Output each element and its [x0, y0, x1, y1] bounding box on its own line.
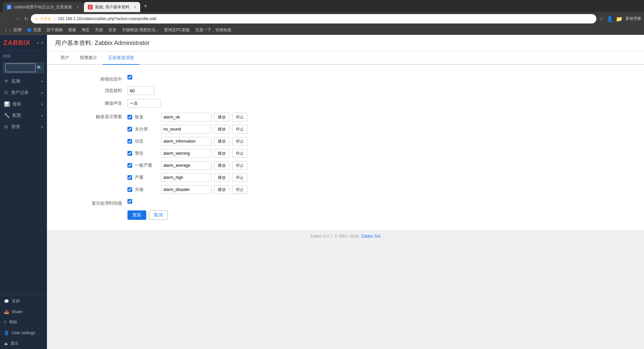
search-icon: 🔍: [37, 65, 42, 70]
trigger-not-classified-select-wrapper: no_sound: [161, 125, 211, 134]
sidebar-share[interactable]: 📤 Share: [0, 307, 47, 317]
trigger-recovery-label: 恢复: [135, 114, 158, 120]
sidebar-item-reports[interactable]: 📊 报表 ▾: [0, 98, 47, 110]
forward-button[interactable]: →: [13, 14, 21, 23]
admin-icon: ⚙: [4, 124, 8, 130]
address-bar[interactable]: ⚠ 不安全 | 192.168.1.10/zabbix/zabbix.php?a…: [31, 14, 596, 23]
bookmark-search[interactable]: 搜索: [68, 27, 76, 33]
page-title: 用户基本资料: Zabbix Administrator: [55, 39, 636, 47]
trigger-warning-checkbox[interactable]: [127, 151, 132, 156]
sidebar-help[interactable]: ? 帮助: [0, 317, 47, 328]
tab-2-close[interactable]: ×: [133, 4, 136, 10]
action-buttons-row: 更新 取消: [74, 208, 644, 222]
trigger-not-classified-play[interactable]: 播放: [214, 125, 229, 134]
bookmark-tianya[interactable]: 天涯: [95, 27, 103, 33]
trigger-high-play[interactable]: 播放: [214, 173, 229, 182]
update-button[interactable]: 更新: [127, 210, 146, 220]
trigger-recovery-stop[interactable]: 停止: [232, 113, 248, 121]
tab-messaging[interactable]: 正在发送消息: [103, 51, 140, 65]
sidebar-item-config[interactable]: 🔧 配置 ▾: [0, 110, 47, 121]
trigger-disaster-stop[interactable]: 停止: [232, 185, 248, 194]
profile-icon[interactable]: 👤: [606, 16, 613, 22]
monitor-arrow-icon: ▾: [41, 80, 43, 83]
assets-icon: ☰: [4, 90, 8, 95]
trigger-warning-stop[interactable]: 停止: [232, 149, 248, 158]
bookmark-baidu2[interactable]: 百度一下，你就知道: [195, 27, 231, 33]
trigger-high-stop[interactable]: 停止: [232, 173, 248, 182]
trigger-not-classified-stop[interactable]: 停止: [232, 125, 248, 134]
page-footer: Zabbix 5.0.7. © 2001–2020, Zabbix SIA: [47, 230, 644, 243]
footer-link[interactable]: Zabbix SIA: [361, 234, 381, 239]
trigger-recovery-play[interactable]: 播放: [214, 113, 229, 121]
expand-icon[interactable]: ↗: [40, 41, 44, 45]
trigger-warning-play[interactable]: 播放: [214, 149, 229, 158]
trigger-high-select-wrapper: alarm_high: [161, 173, 211, 182]
tab-1-close[interactable]: ×: [76, 4, 79, 10]
tab-2-favicon: Z: [88, 5, 93, 9]
trigger-average-play[interactable]: 播放: [214, 161, 229, 170]
trigger-high-select[interactable]: alarm_high: [161, 173, 211, 182]
sidebar-item-monitor[interactable]: 👁 监测 ▾: [0, 76, 47, 87]
trigger-average-checkbox[interactable]: [127, 163, 132, 168]
reload-button[interactable]: ↻: [24, 16, 28, 21]
new-tab-button[interactable]: +: [141, 3, 150, 10]
trigger-information-select[interactable]: alarm_information: [161, 137, 211, 146]
toolbar-icons: ☆ 👤 📁 某他书签: [599, 16, 641, 22]
bookmark-baidu[interactable]: 🔵 百度: [27, 27, 41, 33]
trigger-disaster-checkbox[interactable]: [127, 187, 132, 192]
trigger-information-play[interactable]: 播放: [214, 137, 229, 146]
frontend-messages-checkbox[interactable]: [127, 75, 132, 80]
timeout-control: 60: [127, 86, 154, 95]
sidebar-support[interactable]: 💬 支持: [0, 296, 47, 307]
back-button[interactable]: ←: [3, 14, 11, 23]
bookmark-jd[interactable]: 京东: [108, 27, 116, 33]
tab-user[interactable]: 用户: [55, 51, 74, 65]
trigger-not-classified-checkbox[interactable]: [127, 127, 132, 132]
bookmark-taobao[interactable]: 淘宝: [82, 27, 90, 33]
trigger-not-classified-select[interactable]: no_sound: [161, 125, 211, 134]
trigger-recovery-select[interactable]: alarm_ok: [161, 113, 211, 121]
tab-media[interactable]: 报警媒介: [74, 51, 103, 65]
search-bar[interactable]: 🔍: [3, 62, 44, 73]
timeout-input[interactable]: 60: [127, 86, 154, 95]
logout-label: 退出: [10, 341, 18, 346]
trigger-disaster-select[interactable]: alarm_disaster: [161, 185, 211, 194]
play-sounds-select[interactable]: 一次 始终 从不: [127, 99, 161, 108]
sidebar-item-admin[interactable]: ⚙ 管理 ▾: [0, 121, 47, 133]
star-icon[interactable]: ☆: [599, 16, 604, 22]
bookmark-tianmao[interactable]: 天猫精选-理想生活...: [122, 27, 159, 33]
bookmark-apps[interactable]: ⋮⋮ 应用: [4, 27, 21, 33]
show-problems-checkbox[interactable]: [127, 199, 132, 204]
trigger-recovery-checkbox[interactable]: [127, 115, 132, 119]
logo-text: ZABBIX: [3, 39, 30, 47]
trigger-warning-select[interactable]: alarm_warning: [161, 149, 211, 158]
sidebar-item-assets-label: 资产记录: [11, 90, 29, 96]
tab-1[interactable]: z zabbix报警不响怎么办_百度搜索 ×: [3, 2, 83, 12]
play-sounds-row: 播放声音 一次 始终 从不: [74, 97, 644, 110]
trigger-information-select-wrapper: alarm_information: [161, 137, 211, 146]
collapse-icon[interactable]: «: [37, 41, 39, 45]
bookmark-aitaobao[interactable]: 爱淘宝PC新版: [164, 27, 190, 33]
trigger-row-high: 严重 alarm_high 播放 停止: [127, 173, 248, 182]
form-area: 前端信息中 消息超时 60 播放声音 一次: [47, 65, 644, 230]
trigger-information-checkbox[interactable]: [127, 139, 132, 144]
sidebar-item-assets[interactable]: ☰ 资产记录 ▾: [0, 87, 47, 98]
trigger-high-checkbox[interactable]: [127, 175, 132, 180]
cancel-button[interactable]: 取消: [149, 210, 168, 220]
tab-2[interactable]: Z 航航: 用户基本资料 ×: [84, 2, 141, 12]
trigger-average-select[interactable]: alarm_average: [161, 161, 211, 170]
trigger-high-label: 严重: [135, 174, 158, 181]
sidebar-user-settings[interactable]: 👤 User settings: [0, 328, 47, 338]
address-bar-row: ← → ↻ ⚠ 不安全 | 192.168.1.10/zabbix/zabbix…: [0, 12, 644, 26]
search-input[interactable]: [5, 63, 36, 72]
browser-chrome: z zabbix报警不响怎么办_百度搜索 × Z 航航: 用户基本资料 × + …: [0, 0, 644, 35]
trigger-information-stop[interactable]: 停止: [232, 137, 248, 146]
reports-icon: 📊: [4, 101, 10, 107]
monitor-icon: 👁: [4, 79, 9, 84]
bookmark-suning[interactable]: 苏宁易购: [47, 27, 63, 33]
sidebar-logout[interactable]: ⏏ 退出: [0, 338, 47, 349]
trigger-sounds-label: 触发器示警案: [74, 112, 127, 120]
trigger-average-label: 一般严重: [135, 162, 158, 168]
trigger-average-stop[interactable]: 停止: [232, 161, 248, 170]
trigger-disaster-play[interactable]: 播放: [214, 185, 229, 194]
